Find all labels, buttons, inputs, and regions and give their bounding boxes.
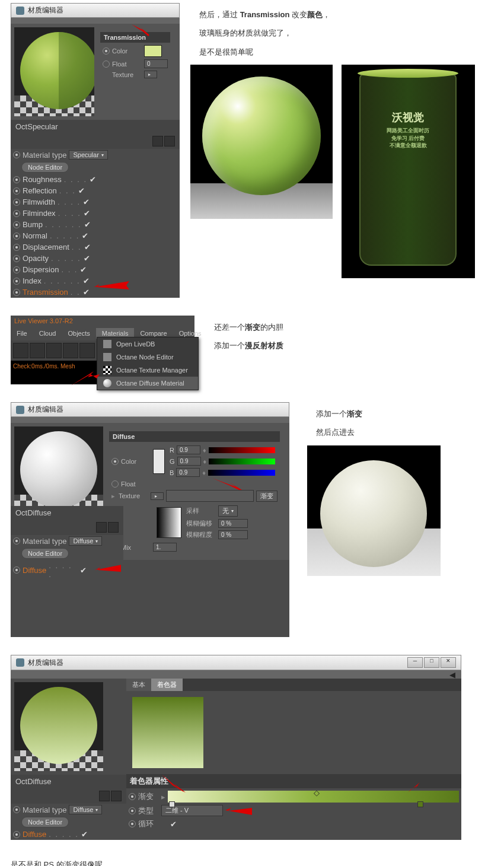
texture-slot[interactable] [166, 490, 254, 502]
radio-color[interactable] [111, 458, 119, 465]
blur-offset-input[interactable]: 0 % [218, 519, 248, 528]
nav-icon[interactable] [111, 791, 122, 801]
node-editor-button[interactable]: Node Editor [21, 162, 69, 173]
prop-label[interactable]: Bump [23, 220, 43, 229]
r-slider[interactable] [209, 447, 275, 453]
checkbox-icon[interactable]: ✔ [82, 231, 88, 240]
radio-prop[interactable] [13, 266, 20, 273]
radio-prop[interactable] [13, 199, 20, 206]
nav-left-icon[interactable] [152, 136, 163, 147]
prop-label[interactable]: Opacity [23, 254, 49, 263]
radio-prop[interactable] [13, 176, 20, 183]
tool-icon[interactable] [63, 343, 78, 358]
menu-item-livedb[interactable]: Open LiveDB [97, 338, 198, 351]
radio-prop[interactable] [13, 278, 20, 285]
g-slider[interactable] [209, 459, 275, 464]
radio-prop[interactable] [13, 255, 20, 262]
radio-prop[interactable] [13, 187, 20, 195]
b-input[interactable]: 0.9 [176, 468, 200, 477]
sample-dropdown[interactable]: 无▾ [218, 505, 238, 517]
prop-label[interactable]: Filmindex [23, 209, 56, 218]
radio-cycle[interactable] [129, 820, 136, 827]
gradient-stop[interactable] [417, 801, 423, 807]
tool-icon[interactable] [79, 343, 95, 358]
tool-icon[interactable] [13, 343, 28, 358]
radio-prop[interactable] [13, 233, 20, 240]
minimize-button[interactable]: ─ [407, 657, 423, 668]
checkbox-icon[interactable]: ✔ [90, 175, 96, 184]
gradient-stop[interactable] [169, 801, 175, 807]
color-swatch[interactable] [144, 45, 162, 57]
radio-prop[interactable] [13, 289, 20, 296]
checkbox-icon[interactable]: ✔ [84, 209, 90, 218]
menu-file[interactable]: File [11, 328, 33, 339]
diffuse-label[interactable]: Diffuse [23, 566, 46, 575]
prop-label[interactable]: Dispersion [23, 265, 59, 274]
r-input[interactable]: 0.9 [177, 445, 200, 454]
prop-label[interactable]: Reflection [23, 186, 57, 195]
checkbox-icon[interactable]: ✔ [80, 265, 87, 274]
radio-material-type[interactable] [13, 151, 20, 158]
checkbox-icon[interactable]: ✔ [84, 220, 91, 229]
tool-icon[interactable] [30, 343, 45, 358]
menu-objects[interactable]: Objects [62, 328, 95, 339]
g-input[interactable]: 0.9 [177, 457, 201, 466]
radio-color[interactable] [103, 47, 110, 55]
radio-float[interactable] [103, 61, 110, 68]
gradient-bar[interactable]: ◇ [168, 791, 459, 803]
menu-item-diffuse-material[interactable]: Octane Diffuse Material [97, 377, 198, 390]
texture-expand[interactable]: ▸ [151, 492, 164, 500]
checkbox-icon[interactable]: ✔ [83, 276, 90, 285]
blur-degree-input[interactable]: 0 % [218, 530, 248, 539]
nav-icon[interactable] [108, 522, 119, 533]
color-swatch[interactable] [153, 449, 165, 474]
prop-label[interactable]: Roughness [23, 175, 62, 184]
radio-material-type[interactable] [13, 537, 20, 545]
texture-type[interactable]: 渐变 [256, 491, 277, 502]
back-arrow-icon[interactable]: ◀ [449, 670, 455, 679]
nav-icon[interactable] [96, 522, 107, 533]
node-editor-button[interactable]: Node Editor [21, 817, 69, 827]
checkbox-icon[interactable]: ✔ [170, 820, 177, 829]
tool-icon[interactable] [46, 343, 62, 358]
radio-material-type[interactable] [13, 806, 20, 813]
radio-type[interactable] [129, 807, 136, 814]
checkbox-icon[interactable]: ✔ [84, 243, 91, 251]
radio-diffuse[interactable] [13, 566, 20, 574]
close-button[interactable]: ✕ [441, 657, 456, 668]
prop-label[interactable]: Index [23, 276, 42, 285]
checkbox-icon[interactable]: ✔ [83, 288, 90, 297]
checkbox-icon[interactable]: ✔ [80, 566, 87, 575]
radio-diffuse[interactable] [13, 831, 20, 838]
menu-item-texture-mgr[interactable]: Octane Texture Manager [97, 364, 198, 377]
nav-right-icon[interactable] [164, 136, 175, 147]
float-input[interactable]: 0 [144, 59, 168, 68]
maximize-button[interactable]: □ [424, 657, 439, 668]
radio-prop[interactable] [13, 221, 20, 228]
mix-input[interactable]: 1. [153, 543, 177, 552]
checkbox-icon[interactable]: ✔ [78, 186, 85, 195]
prop-label[interactable]: Displacement [23, 243, 69, 251]
diffuse-label[interactable]: Diffuse [23, 830, 46, 839]
material-type-dropdown[interactable]: Specular▾ [69, 150, 107, 160]
prop-label[interactable]: Normal [23, 231, 47, 240]
prop-label[interactable]: Transmission [23, 288, 68, 297]
prop-label[interactable]: Filmwidth [23, 198, 55, 206]
radio-gradient[interactable] [129, 793, 136, 800]
material-type-dropdown[interactable]: Diffuse▾ [69, 805, 102, 814]
radio-prop[interactable] [13, 210, 20, 217]
tab-basic[interactable]: 基本 [126, 679, 151, 691]
node-editor-button[interactable]: Node Editor [21, 548, 69, 559]
menu-cloud[interactable]: Cloud [33, 328, 62, 339]
checkbox-icon[interactable]: ✔ [84, 254, 90, 263]
menu-item-node-editor[interactable]: Octane Node Editor [97, 351, 198, 364]
b-slider[interactable] [208, 470, 275, 476]
texture-dropdown[interactable]: ▸ [144, 71, 157, 78]
checkbox-icon[interactable]: ✔ [83, 198, 90, 206]
radio-float[interactable] [111, 480, 119, 488]
radio-prop[interactable] [13, 244, 20, 251]
nav-icon[interactable] [99, 791, 110, 801]
checkbox-icon[interactable]: ✔ [81, 830, 88, 839]
material-type-dropdown[interactable]: Diffuse▾ [69, 536, 102, 546]
tab-shader[interactable]: 着色器 [151, 679, 183, 691]
